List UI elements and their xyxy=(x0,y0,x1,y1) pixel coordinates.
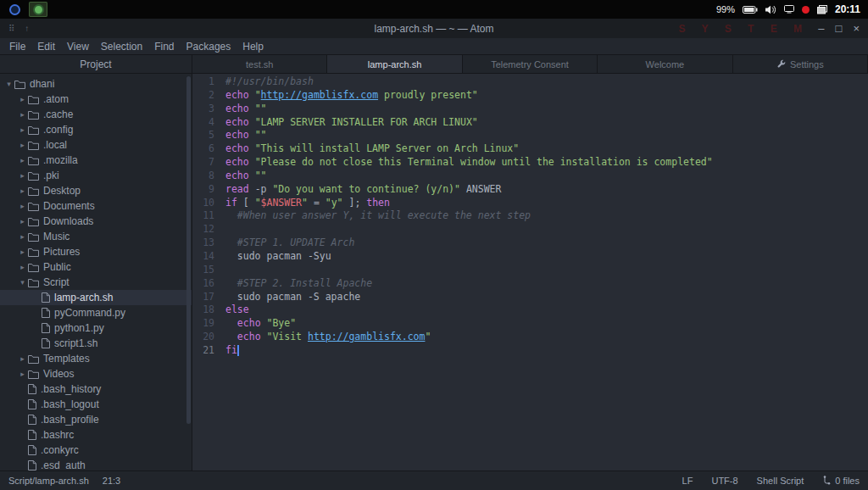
code-line[interactable]: 4echo "LAMP SERVER INSTALLER FOR ARCH LI… xyxy=(192,116,868,130)
line-number: 5 xyxy=(192,129,223,142)
code-line[interactable]: 2echo "http://gamblisfx.com proudly pres… xyxy=(192,89,868,103)
tree-item-label: .local xyxy=(43,139,67,151)
code-line[interactable]: 20 echo "Visit http://gamblisfx.com" xyxy=(192,331,868,344)
files-icon[interactable] xyxy=(817,5,827,14)
tree-scrollbar[interactable] xyxy=(186,76,191,424)
code-line[interactable]: 5echo "" xyxy=(192,129,868,142)
code-line[interactable]: 15 xyxy=(192,264,868,277)
clock[interactable]: 20:11 xyxy=(835,3,860,15)
menu-find[interactable]: Find xyxy=(148,41,180,53)
code-line[interactable]: 8echo "" xyxy=(192,170,868,183)
encoding-indicator[interactable]: UTF-8 xyxy=(711,476,737,486)
grid-icon[interactable]: ⠿ xyxy=(8,24,14,33)
git-status[interactable]: 0 files xyxy=(822,476,860,487)
tree-item-local[interactable]: ▸.local xyxy=(0,137,192,153)
code-line[interactable]: 9read -p "Do you want to continue? (y/n)… xyxy=(192,183,868,197)
code-line[interactable]: 6echo "This will install LAMP Server on … xyxy=(192,142,868,156)
line-number: 6 xyxy=(192,142,223,156)
atom-app-icon[interactable] xyxy=(29,2,47,17)
file-icon xyxy=(28,399,36,409)
maximize-button[interactable]: □ xyxy=(836,22,843,35)
tree-item-esd-auth[interactable]: .esd_auth xyxy=(0,458,192,471)
code-line[interactable]: 1#!/usr/bin/bash xyxy=(192,75,868,89)
tree-item-pictures[interactable]: ▸Pictures xyxy=(0,244,192,259)
tab-label: lamp-arch.sh xyxy=(368,59,422,70)
tree-item-public[interactable]: ▸Public xyxy=(0,259,192,275)
menu-selection[interactable]: Selection xyxy=(95,41,148,53)
tree-item-label: .config xyxy=(43,124,73,136)
menu-view[interactable]: View xyxy=(61,41,95,53)
close-button[interactable]: × xyxy=(853,22,860,35)
record-icon[interactable] xyxy=(802,6,810,14)
line-ending-indicator[interactable]: LF xyxy=(682,476,693,486)
tree-item-bash-profile[interactable]: .bash_profile xyxy=(0,412,192,427)
menu-packages[interactable]: Packages xyxy=(181,41,237,53)
tab-test-sh[interactable]: test.sh xyxy=(192,55,327,73)
tree-item-conkyrc[interactable]: .conkyrc xyxy=(0,443,192,458)
tree-item-python1-py[interactable]: python1.py xyxy=(0,320,192,336)
code-line[interactable]: 10if [ "$ANSWER" = "y" ]; then xyxy=(192,197,868,210)
text-editor[interactable]: 1#!/usr/bin/bash2echo "http://gamblisfx.… xyxy=(192,74,868,471)
tree-item-bash-logout[interactable]: .bash_logout xyxy=(0,397,192,412)
tree-item-desktop[interactable]: ▸Desktop xyxy=(0,183,192,198)
tree-item-config[interactable]: ▸.config xyxy=(0,122,192,137)
display-icon[interactable] xyxy=(784,5,794,14)
tab-telemetry-consent[interactable]: Telemetry Consent xyxy=(463,55,598,73)
tree-item-pycommand-py[interactable]: pyCommand.py xyxy=(0,305,192,320)
chevron-right-icon: ▸ xyxy=(17,125,28,134)
code-text: echo "Please do not close this Terminal … xyxy=(225,156,713,170)
tree-item-bashrc[interactable]: .bashrc xyxy=(0,427,192,443)
tree-item-downloads[interactable]: ▸Downloads xyxy=(0,214,192,229)
browser-app-icon[interactable] xyxy=(5,2,24,17)
file-icon xyxy=(42,338,50,348)
code-line[interactable]: 19 echo "Bye" xyxy=(192,317,868,331)
volume-icon[interactable] xyxy=(765,5,776,14)
tree-item-videos[interactable]: ▸Videos xyxy=(0,366,192,381)
tree-item-lamp-arch-sh[interactable]: lamp-arch.sh xyxy=(0,290,192,305)
tree-item-script1-sh[interactable]: script1.sh xyxy=(0,336,192,351)
code-line[interactable]: 14 sudo pacman -Syu xyxy=(192,250,868,264)
tree-item-label: .bash_logout xyxy=(41,398,99,410)
tree-item-label: script1.sh xyxy=(54,337,97,349)
folder-icon xyxy=(28,95,39,104)
chevron-right-icon: ▸ xyxy=(17,370,28,378)
cursor-position[interactable]: 21:3 xyxy=(103,476,120,486)
code-line[interactable]: 17 sudo pacman -S apache xyxy=(192,291,868,304)
code-line[interactable]: 11 #When user answer Y, it will execute … xyxy=(192,209,868,223)
tree-item-dhani[interactable]: ▾dhani xyxy=(0,76,192,92)
grammar-indicator[interactable]: Shell Script xyxy=(757,476,804,486)
battery-icon[interactable] xyxy=(743,6,758,14)
tab-welcome[interactable]: Welcome xyxy=(598,55,732,73)
arrow-up-icon[interactable]: ↑ xyxy=(25,24,29,33)
code-line[interactable]: 12 xyxy=(192,223,868,237)
tree-item-bash-history[interactable]: .bash_history xyxy=(0,381,192,397)
tree-item-music[interactable]: ▸Music xyxy=(0,229,192,244)
menu-edit[interactable]: Edit xyxy=(31,41,61,53)
folder-icon xyxy=(28,354,39,364)
tree-item-script[interactable]: ▾Script xyxy=(0,275,192,290)
chevron-right-icon: ▸ xyxy=(17,248,28,256)
code-line[interactable]: 13 #STEP 1. UPDATE Arch xyxy=(192,237,868,250)
battery-percent-label[interactable]: 99% xyxy=(716,4,735,14)
tab-settings[interactable]: Settings xyxy=(733,55,868,73)
minimize-button[interactable]: – xyxy=(818,22,824,35)
tree-item-templates[interactable]: ▸Templates xyxy=(0,351,192,366)
code-line[interactable]: 21fi xyxy=(192,344,868,358)
code-line[interactable]: 16 #STEP 2. Install Apache xyxy=(192,277,868,291)
code-line[interactable]: 18else xyxy=(192,303,868,317)
code-text: echo "" xyxy=(225,103,267,116)
code-line[interactable]: 3echo "" xyxy=(192,103,868,116)
tree-item-cache[interactable]: ▸.cache xyxy=(0,107,192,122)
tree-item-atom[interactable]: ▸.atom xyxy=(0,92,192,107)
chevron-right-icon: ▸ xyxy=(17,171,28,180)
tabs-container: test.shlamp-arch.shTelemetry ConsentWelc… xyxy=(192,55,868,73)
status-file-path[interactable]: Script/lamp-arch.sh xyxy=(8,476,89,486)
tree-item-documents[interactable]: ▸Documents xyxy=(0,198,192,214)
menu-help[interactable]: Help xyxy=(236,41,270,53)
tab-lamp-arch-sh[interactable]: lamp-arch.sh xyxy=(327,55,462,73)
menu-file[interactable]: File xyxy=(3,41,31,53)
tree-item-mozilla[interactable]: ▸.mozilla xyxy=(0,153,192,168)
code-line[interactable]: 7echo "Please do not close this Terminal… xyxy=(192,156,868,170)
code-text: echo "LAMP SERVER INSTALLER FOR ARCH LIN… xyxy=(225,116,478,130)
tree-item-pki[interactable]: ▸.pki xyxy=(0,168,192,183)
